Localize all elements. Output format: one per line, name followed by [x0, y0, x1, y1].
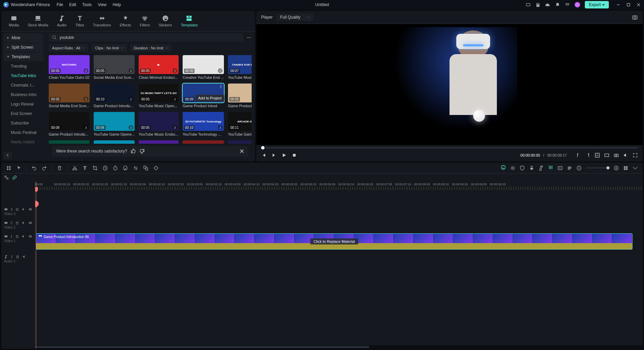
timeline-clip[interactable]: Game Product Introduction 09 Click to Re… — [36, 233, 632, 250]
template-thumbnail[interactable]: 00:05 — [183, 55, 224, 74]
camera-icon[interactable] — [614, 153, 619, 158]
group-icon[interactable] — [143, 165, 148, 171]
template-thumbnail[interactable]: 00:05 — [94, 55, 135, 74]
music-icon[interactable] — [538, 165, 544, 171]
maximize-icon[interactable] — [626, 3, 630, 7]
text-icon[interactable] — [82, 165, 88, 171]
template-thumbnail[interactable]: ▶00:05 — [139, 55, 179, 74]
sidebar-item-youtube-intro[interactable]: YouTube Intro — [3, 71, 43, 80]
compare-icon[interactable] — [604, 153, 610, 158]
player-viewport[interactable] — [256, 24, 643, 145]
timeline-ruler[interactable]: 00:0000:00:00:1000:00:00:2000:00:01:0500… — [35, 182, 643, 190]
visibility-icon[interactable] — [28, 207, 32, 211]
template-card[interactable]: ARCADE GAMES00:11YouTube Game Opene... — [228, 112, 252, 136]
stop-icon[interactable] — [292, 153, 297, 158]
thumbs-up-icon[interactable] — [131, 148, 136, 154]
menu-view[interactable]: View — [98, 2, 107, 7]
visibility-icon[interactable] — [28, 221, 32, 225]
lock-icon[interactable] — [15, 207, 19, 211]
template-card[interactable]: Let's play 3D Games — [49, 140, 90, 144]
mute-icon[interactable] — [22, 207, 25, 211]
template-thumbnail[interactable]: GAME PUNK — [228, 140, 252, 144]
bell-icon[interactable] — [555, 2, 560, 7]
tab-media[interactable]: Media — [6, 14, 22, 28]
avatar[interactable] — [575, 2, 580, 7]
template-card[interactable]: WATCHING00:05Clean YouTube Outro 02 — [49, 55, 90, 79]
timeline-scrollbar[interactable] — [35, 345, 643, 349]
tab-titles[interactable]: Titles — [73, 14, 87, 28]
sidebar-item-cinematic[interactable]: Cinematic I... — [3, 81, 43, 90]
template-thumbnail[interactable]: 00:08 — [49, 112, 90, 131]
template-card[interactable]: MUSIC PARTY — [183, 140, 224, 144]
track-video-3[interactable] — [35, 205, 643, 218]
template-thumbnail[interactable]: 3D FUTURISTIC Technology00:10 — [183, 112, 224, 131]
sidebar-item-logo-reveal[interactable]: Logo Reveal — [3, 100, 43, 109]
template-card[interactable]: GAME PUNK — [228, 140, 252, 144]
render-icon[interactable] — [557, 165, 563, 171]
template-thumbnail[interactable]: 00:05 — [49, 84, 90, 102]
template-thumbnail[interactable]: THANKS FOR WATCHING00:07 — [228, 55, 252, 74]
zoom-in-icon[interactable] — [614, 165, 619, 171]
minimize-icon[interactable] — [616, 3, 620, 7]
sidebar-group-templates[interactable]: Templates — [3, 52, 43, 61]
zoom-slider[interactable] — [586, 167, 610, 168]
pointer-tool-icon[interactable] — [16, 165, 22, 171]
sidebar-collapse-button[interactable] — [3, 152, 12, 159]
download-icon[interactable] — [218, 68, 223, 73]
player-progress-bar[interactable] — [261, 147, 638, 148]
fullscreen-icon[interactable] — [632, 153, 638, 158]
sidebar-item-subscribe[interactable]: Subscribe — [3, 119, 43, 127]
track-video-2[interactable] — [35, 218, 643, 232]
player-quality-dropdown[interactable]: Full Quality — [277, 14, 313, 21]
menu-edit[interactable]: Edit — [69, 2, 76, 7]
track-audio-1[interactable] — [35, 252, 643, 265]
chevron-down-icon[interactable] — [632, 165, 638, 171]
adjust-icon[interactable] — [133, 165, 138, 171]
mark-out-icon[interactable] — [585, 153, 591, 158]
template-thumbnail[interactable]: 00:10 — [94, 84, 135, 102]
tab-effects[interactable]: Effects — [117, 14, 134, 28]
sidebar-item-music-festival[interactable]: Music Festival — [3, 128, 43, 137]
select-tool-icon[interactable] — [6, 165, 12, 171]
template-card[interactable]: 00:05Creative YouTube End ... — [183, 55, 224, 79]
undo-icon[interactable] — [31, 165, 37, 171]
close-icon[interactable] — [239, 149, 244, 154]
more-icon[interactable] — [246, 35, 252, 40]
sidebar-group-mine[interactable]: Mine — [3, 33, 43, 42]
mic-icon[interactable] — [529, 165, 534, 171]
template-thumbnail[interactable]: MUSIC PARTY — [183, 140, 224, 144]
tab-filters[interactable]: Filters — [137, 14, 153, 28]
sidebar-item-newly-added[interactable]: Newly Added — [3, 138, 43, 146]
template-thumbnail[interactable]: Retro Pixel Games — [94, 140, 135, 144]
enhance-icon[interactable] — [510, 165, 515, 171]
zoom-fit-icon[interactable] — [623, 165, 628, 171]
ai-icon[interactable] — [501, 165, 506, 170]
sidebar-item-business-intro[interactable]: Business Intro — [3, 90, 43, 99]
download-icon[interactable] — [129, 125, 133, 130]
cut-icon[interactable] — [72, 165, 77, 171]
search-input[interactable] — [60, 35, 240, 40]
visibility-icon[interactable] — [28, 234, 32, 238]
download-icon[interactable] — [172, 97, 177, 101]
lock-icon[interactable] — [15, 221, 19, 225]
download-icon[interactable] — [218, 125, 223, 130]
template-card[interactable]: THANKS FOR WATCHING00:07YouTube Music En… — [228, 55, 252, 79]
keyframe-icon[interactable] — [153, 165, 159, 171]
template-card[interactable]: DJ MUSIC PARTY LET'S GO00:05YouTube Musi… — [139, 84, 179, 108]
zoom-out-icon[interactable] — [576, 165, 582, 171]
mixer-icon[interactable] — [548, 165, 553, 170]
layout-icon[interactable] — [595, 153, 600, 158]
color-icon[interactable] — [123, 165, 128, 171]
menu-help[interactable]: Help — [113, 2, 121, 7]
tab-templates[interactable]: Templates — [178, 14, 200, 28]
tab-transitions[interactable]: Transitions — [90, 14, 114, 28]
template-card[interactable]: 00:05Social Media End Scre... — [94, 55, 135, 79]
lock-icon[interactable] — [16, 255, 20, 259]
template-thumbnail[interactable]: ARCADE GAMES00:11 — [228, 112, 252, 131]
mute-icon[interactable] — [22, 221, 25, 225]
template-card[interactable] — [139, 140, 179, 144]
playhead[interactable] — [36, 182, 36, 349]
template-thumbnail[interactable]: Let's play 3D Games — [49, 140, 90, 144]
snapshot-icon[interactable] — [632, 14, 638, 20]
template-card[interactable]: 00:05Game Product Introdu... — [228, 84, 252, 108]
